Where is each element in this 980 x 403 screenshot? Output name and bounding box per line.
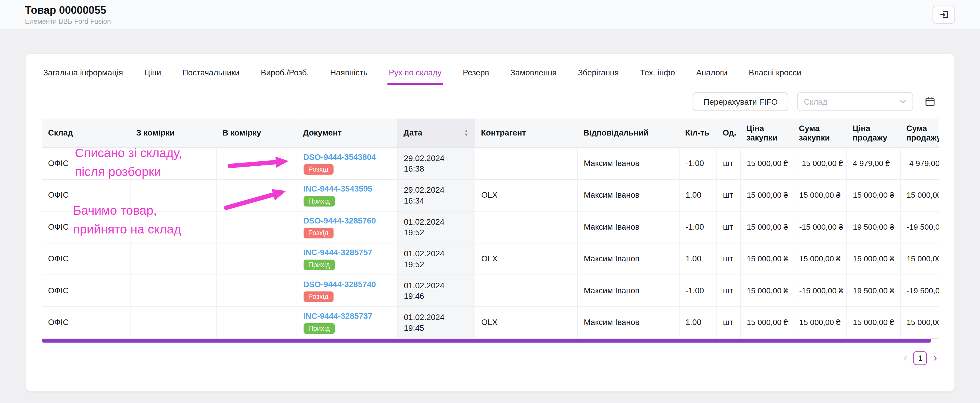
table-toolbar: Перерахувати FIFO Склад	[42, 92, 938, 111]
column-header-date[interactable]: Дата▲▼	[397, 119, 475, 147]
doc-type-badge: Розхід	[303, 291, 334, 301]
cell-date: 29.02.2024 16:34	[397, 179, 475, 211]
cell-responsible: Максим Іванов	[577, 274, 679, 306]
table-row: ОФІС DSO-9444-3543804 Розхід 29.02.2024 …	[42, 147, 939, 179]
cell-document: INC-9444-3285757 Прихід	[297, 243, 398, 275]
time-value: 16:34	[404, 195, 468, 206]
tab-prices[interactable]: Ціни	[143, 62, 162, 85]
cell-purchase-sum: -15 000,00 ₴	[793, 147, 846, 179]
tab-reserve[interactable]: Резерв	[461, 62, 490, 85]
cell-to-cell	[216, 274, 296, 306]
tab-label: Замовлення	[510, 68, 557, 77]
content-area: Загальна інформація Ціни Постачальники В…	[0, 30, 980, 392]
stock-movement-table: СкладЗ коміркиВ коміркуДокументДата▲▼Кон…	[42, 119, 939, 338]
column-header-counterparty: Контрагент	[475, 119, 577, 147]
column-header-quantity: Кіл-ть	[679, 119, 717, 147]
cell-counterparty	[475, 274, 577, 306]
cell-counterparty: OLX	[475, 306, 577, 338]
warehouse-select[interactable]: Склад	[797, 92, 913, 111]
cell-sale-price: 19 500,00 ₴	[846, 211, 900, 243]
cell-from-cell	[130, 179, 216, 211]
doc-type-badge: Розхід	[303, 163, 334, 174]
cell-sale-price: 15 000,00 ₴	[846, 179, 900, 211]
tab-label: Рух по складу	[389, 68, 442, 77]
page-subtitle: Елементи ВВБ Ford Fusion	[25, 17, 111, 25]
column-header-purchase-sum: Сума закупки	[793, 119, 846, 147]
cell-unit: шт	[716, 274, 740, 306]
cell-warehouse: ОФІС	[42, 306, 130, 338]
tab-label: Резерв	[463, 68, 489, 77]
page-title: Товар 00000055	[25, 5, 111, 17]
prev-page-button[interactable]: ‹	[904, 352, 907, 363]
tab-own-crosses[interactable]: Власні кросси	[748, 62, 802, 85]
document-link[interactable]: INC-9444-3285737	[303, 311, 391, 320]
current-page-button[interactable]: 1	[913, 351, 927, 365]
cell-purchase-price: 15 000,00 ₴	[740, 274, 793, 306]
column-label: Ціна закупки	[746, 124, 786, 142]
tab-suppliers[interactable]: Постачальники	[181, 62, 241, 85]
document-link[interactable]: INC-9444-3543595	[303, 184, 391, 193]
next-page-button[interactable]: ›	[933, 352, 937, 363]
horizontal-scrollbar[interactable]	[42, 338, 932, 342]
column-header-to-cell: В комірку	[216, 119, 296, 147]
cell-quantity: -1.00	[679, 211, 717, 243]
tab-bar: Загальна інформація Ціни Постачальники В…	[42, 61, 938, 85]
column-label: Документ	[303, 128, 342, 138]
cell-purchase-price: 15 000,00 ₴	[740, 243, 793, 275]
cell-warehouse: ОФІС	[42, 274, 130, 306]
cell-sale-sum: -4 979,00 ₴	[900, 147, 939, 179]
cell-document: DSO-9444-3543804 Розхід	[297, 147, 398, 179]
cell-purchase-sum: 15 000,00 ₴	[793, 179, 846, 211]
cell-unit: шт	[716, 179, 740, 211]
warehouse-select-placeholder: Склад	[804, 97, 827, 106]
tab-storage[interactable]: Зберігання	[577, 62, 620, 85]
column-header-from-cell: З комірки	[130, 119, 216, 147]
exit-product-button[interactable]	[932, 6, 955, 24]
tab-stock-movement[interactable]: Рух по складу	[388, 62, 443, 85]
column-header-responsible: Відповідальний	[577, 119, 679, 147]
column-label: В комірку	[222, 128, 261, 138]
cell-to-cell	[216, 147, 296, 179]
tab-production-disassembly[interactable]: Вироб./Розб.	[259, 62, 310, 85]
calendar-filter-button[interactable]	[922, 94, 938, 110]
column-header-sale-price: Ціна продажу	[846, 119, 900, 147]
cell-date: 29.02.2024 16:38	[397, 147, 475, 179]
cell-sale-sum: -19 500,00 ₴	[900, 211, 939, 243]
cell-purchase-sum: 15 000,00 ₴	[793, 243, 846, 275]
date-value: 29.02.2024	[404, 184, 468, 195]
document-link[interactable]: DSO-9444-3285760	[303, 216, 391, 225]
tab-analogs[interactable]: Аналоги	[695, 62, 729, 85]
cell-purchase-sum: 15 000,00 ₴	[793, 306, 846, 338]
cell-responsible: Максим Іванов	[577, 147, 679, 179]
cell-document: INC-9444-3543595 Прихід	[297, 179, 398, 211]
cell-warehouse: ОФІС	[42, 211, 130, 243]
cell-date: 01.02.2024 19:46	[397, 274, 475, 306]
tab-general-info[interactable]: Загальна інформація	[42, 62, 124, 85]
tab-orders[interactable]: Замовлення	[509, 62, 558, 85]
column-label: З комірки	[136, 128, 175, 138]
time-value: 19:46	[404, 290, 468, 301]
cell-unit: шт	[716, 243, 740, 275]
cell-sale-price: 15 000,00 ₴	[846, 243, 900, 275]
cell-responsible: Максим Іванов	[577, 306, 679, 338]
tab-label: Ціни	[144, 68, 161, 77]
document-link[interactable]: INC-9444-3285757	[303, 248, 391, 257]
document-link[interactable]: DSO-9444-3543804	[303, 152, 391, 161]
cell-sale-price: 19 500,00 ₴	[846, 274, 900, 306]
tab-availability[interactable]: Наявність	[329, 62, 369, 85]
title-block: Товар 00000055 Елементи ВВБ Ford Fusion	[25, 5, 111, 25]
recalculate-fifo-button[interactable]: Перерахувати FIFO	[693, 92, 788, 111]
cell-from-cell	[130, 306, 216, 338]
document-link[interactable]: DSO-9444-3285740	[303, 279, 391, 289]
cell-purchase-sum: -15 000,00 ₴	[793, 211, 846, 243]
column-header-sale-sum: Сума продажу	[900, 119, 939, 147]
date-value: 01.02.2024	[404, 312, 468, 322]
cell-purchase-price: 15 000,00 ₴	[740, 306, 793, 338]
cell-sale-sum: 15 000,00 ₴	[900, 306, 939, 338]
cell-counterparty: OLX	[475, 243, 577, 275]
sort-icon[interactable]: ▲▼	[464, 129, 469, 137]
tab-tech-info[interactable]: Тех. інфо	[639, 62, 676, 85]
cell-warehouse: ОФІС	[42, 147, 130, 179]
cell-document: DSO-9444-3285760 Розхід	[297, 211, 398, 243]
column-header-unit: Од.	[716, 119, 740, 147]
